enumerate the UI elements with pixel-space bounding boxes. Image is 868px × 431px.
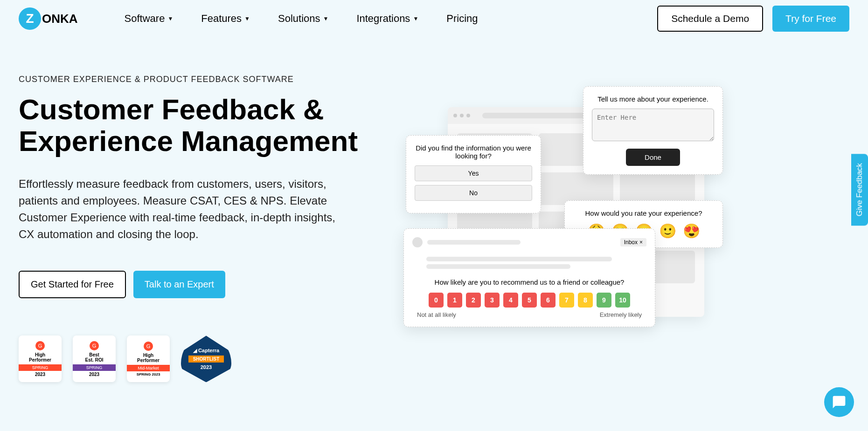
schedule-demo-button[interactable]: Schedule a Demo [657, 6, 763, 32]
hero-section: CUSTOMER EXPERIENCE & PRODUCT FEEDBACK S… [0, 37, 868, 382]
nps-score-6[interactable]: 6 [541, 293, 556, 308]
eyebrow-text: CUSTOMER EXPERIENCE & PRODUCT FEEDBACK S… [19, 75, 373, 84]
give-feedback-tab[interactable]: Give Feedback [851, 154, 868, 226]
g2-icon: G [144, 342, 153, 351]
nps-score-2[interactable]: 2 [466, 293, 481, 308]
survey-question: Did you find the information you were lo… [415, 144, 532, 160]
survey-question: How would you rate your experience? [573, 209, 714, 217]
capterra-badge: ◢ Capterra SHORTLIST 2023 [181, 335, 231, 382]
header: Z ONKA Software▼ Features▼ Solutions▼ In… [0, 0, 868, 37]
emoji-rating-5[interactable]: 😍 [683, 223, 700, 239]
nps-score-1[interactable]: 1 [447, 293, 462, 308]
g2-icon: G [35, 341, 45, 350]
yesno-survey-popup: Did you find the information you were lo… [406, 135, 541, 213]
yes-button[interactable]: Yes [415, 165, 532, 181]
logo-icon: Z [19, 7, 41, 30]
header-actions: Schedule a Demo Try for Free [657, 6, 849, 32]
nps-question: How likely are you to recommend us to a … [412, 278, 646, 286]
inbox-tag[interactable]: Inbox× [620, 238, 646, 246]
hero-illustration: Did you find the information you were lo… [373, 75, 849, 382]
nps-score-9[interactable]: 9 [597, 293, 611, 308]
nps-score-3[interactable]: 3 [485, 293, 500, 308]
nps-low-label: Not at all likely [417, 311, 456, 318]
brand-logo[interactable]: Z ONKA [19, 7, 78, 30]
hero-content: CUSTOMER EXPERIENCE & PRODUCT FEEDBACK S… [19, 75, 373, 382]
nps-score-4[interactable]: 4 [503, 293, 518, 308]
get-started-button[interactable]: Get Started for Free [19, 271, 126, 298]
nps-survey-popup: Inbox× How likely are you to recommend u… [403, 228, 655, 327]
brand-name: ONKA [42, 12, 78, 26]
talk-expert-button[interactable]: Talk to an Expert [133, 271, 225, 298]
survey-question: Tell us more about your experience. [592, 95, 714, 103]
try-free-button[interactable]: Try for Free [772, 6, 849, 32]
chevron-down-icon: ▼ [244, 15, 250, 22]
nav-pricing[interactable]: Pricing [446, 13, 478, 25]
nav-integrations[interactable]: Integrations▼ [356, 13, 418, 25]
nps-score-7[interactable]: 7 [559, 293, 574, 308]
chevron-down-icon: ▼ [323, 15, 329, 22]
no-button[interactable]: No [415, 185, 532, 201]
chevron-down-icon: ▼ [413, 15, 418, 22]
g2-icon: G [90, 341, 99, 350]
close-icon[interactable]: × [639, 239, 643, 246]
chat-widget-button[interactable] [824, 387, 854, 417]
nav-software[interactable]: Software▼ [125, 13, 174, 25]
g2-badge-mid-market: G HighPerformer Mid-Market SPRING 2023 [127, 335, 170, 382]
done-button[interactable]: Done [626, 149, 680, 166]
chevron-down-icon: ▼ [167, 15, 173, 22]
g2-badge-best-roi: G BestEst. ROI SPRING 2023 [73, 335, 116, 382]
page-title: Customer Feedback & Experience Managemen… [19, 94, 373, 157]
feedback-textarea[interactable] [592, 109, 714, 141]
text-feedback-popup: Tell us more about your experience. Done [583, 86, 723, 175]
chat-icon [832, 395, 847, 410]
cta-row: Get Started for Free Talk to an Expert [19, 271, 373, 298]
hero-description: Effortlessly measure feedback from custo… [19, 176, 345, 243]
nps-high-label: Extremely likely [600, 311, 642, 318]
award-badges: G HighPerformer SPRING 2023 G BestEst. R… [19, 335, 373, 382]
nav-features[interactable]: Features▼ [201, 13, 250, 25]
nps-scale: 012345678910 [412, 293, 646, 308]
avatar-icon [412, 237, 423, 247]
nps-score-5[interactable]: 5 [522, 293, 537, 308]
nps-score-10[interactable]: 10 [615, 293, 630, 308]
emoji-rating-4[interactable]: 🙂 [659, 223, 676, 239]
g2-badge-high-performer: G HighPerformer SPRING 2023 [19, 335, 62, 382]
nps-score-8[interactable]: 8 [578, 293, 593, 308]
nav-solutions[interactable]: Solutions▼ [278, 13, 328, 25]
main-nav: Software▼ Features▼ Solutions▼ Integrati… [125, 13, 478, 25]
nps-score-0[interactable]: 0 [429, 293, 444, 308]
